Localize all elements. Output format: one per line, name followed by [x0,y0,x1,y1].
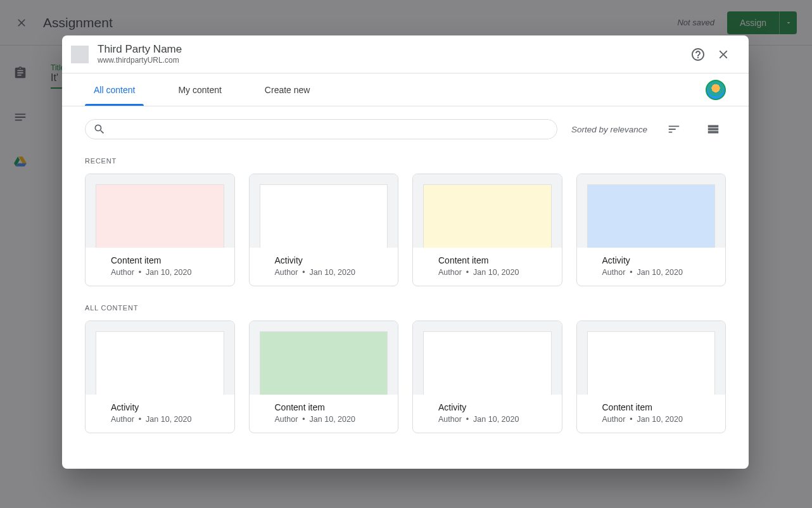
card-title: Activity [111,402,209,412]
card-title: Content item [602,402,701,412]
search-box[interactable] [85,119,557,139]
close-modal-button[interactable] [711,42,736,67]
modal-body: Sorted by relevance RECENT Content item … [62,106,749,469]
card-subtitle: Author • Jan 10, 2020 [275,415,373,424]
card-thumb [260,184,388,248]
card-grid: Activity Author • Jan 10, 2020 Content i… [85,321,726,433]
card-meta: Activity Author • Jan 10, 2020 [413,395,562,433]
list-view-button[interactable] [701,117,726,142]
section-label: RECENT [85,157,726,165]
card-title: Activity [275,255,373,265]
card-meta: Content item Author • Jan 10, 2020 [577,395,726,433]
card-meta: Activity Author • Jan 10, 2020 [86,395,234,433]
sort-label: Sorted by relevance [571,125,647,134]
card-title: Activity [602,255,701,265]
card-subtitle: Author • Jan 10, 2020 [602,415,701,424]
sort-button[interactable] [661,117,687,142]
card-thumb-wrap [413,174,562,248]
tab-create-new[interactable]: Create new [256,73,319,106]
card-meta: Content item Author • Jan 10, 2020 [413,248,562,286]
tab-all-content[interactable]: All content [85,73,144,106]
tabs: All contentMy contentCreate new [62,73,749,106]
search-icon [93,123,106,136]
card-subtitle: Author • Jan 10, 2020 [111,268,209,277]
card-thumb-wrap [413,321,562,395]
card-thumb [96,184,224,248]
content-card[interactable]: Activity Author • Jan 10, 2020 [249,174,399,286]
help-button[interactable] [685,42,711,67]
card-title: Content item [438,255,536,265]
third-party-name: Third Party Name [98,44,182,56]
card-thumb [260,331,388,395]
content-card[interactable]: Activity Author • Jan 10, 2020 [85,321,235,433]
content-card[interactable]: Content item Author • Jan 10, 2020 [85,174,235,286]
card-thumb-wrap [86,321,234,395]
search-input[interactable] [106,120,549,139]
third-party-url: www.thirdpartyURL.com [98,56,182,65]
card-thumb [423,184,552,248]
card-title: Content item [275,402,373,412]
content-card[interactable]: Activity Author • Jan 10, 2020 [576,174,726,286]
card-grid: Content item Author • Jan 10, 2020 Activ… [85,174,726,286]
card-meta: Content item Author • Jan 10, 2020 [86,248,234,286]
card-subtitle: Author • Jan 10, 2020 [438,415,536,424]
content-card[interactable]: Content item Author • Jan 10, 2020 [412,174,562,286]
card-title: Content item [111,255,209,265]
card-meta: Activity Author • Jan 10, 2020 [250,248,398,286]
section-label: ALL CONTENT [85,304,726,312]
card-thumb-wrap [577,321,726,395]
user-avatar[interactable] [706,80,726,100]
card-subtitle: Author • Jan 10, 2020 [275,268,373,277]
card-thumb [587,184,716,248]
card-thumb-wrap [250,174,398,248]
card-title: Activity [438,402,536,412]
card-thumb-wrap [86,174,234,248]
content-card[interactable]: Content item Author • Jan 10, 2020 [576,321,726,433]
card-meta: Content item Author • Jan 10, 2020 [250,395,398,433]
card-thumb [423,331,552,395]
card-thumb [587,331,716,395]
card-thumb [96,331,224,395]
card-subtitle: Author • Jan 10, 2020 [602,268,701,277]
card-thumb-wrap [577,174,726,248]
modal-header: Third Party Name www.thirdpartyURL.com [62,35,749,73]
card-subtitle: Author • Jan 10, 2020 [111,415,209,424]
card-subtitle: Author • Jan 10, 2020 [438,268,536,277]
card-meta: Activity Author • Jan 10, 2020 [577,248,726,286]
card-thumb-wrap [250,321,398,395]
tab-my-content[interactable]: My content [169,73,230,106]
content-card[interactable]: Content item Author • Jan 10, 2020 [249,321,399,433]
third-party-logo [71,46,89,63]
search-row: Sorted by relevance [85,117,726,142]
content-card[interactable]: Activity Author • Jan 10, 2020 [412,321,562,433]
content-picker-modal: Third Party Name www.thirdpartyURL.com A… [62,35,749,469]
